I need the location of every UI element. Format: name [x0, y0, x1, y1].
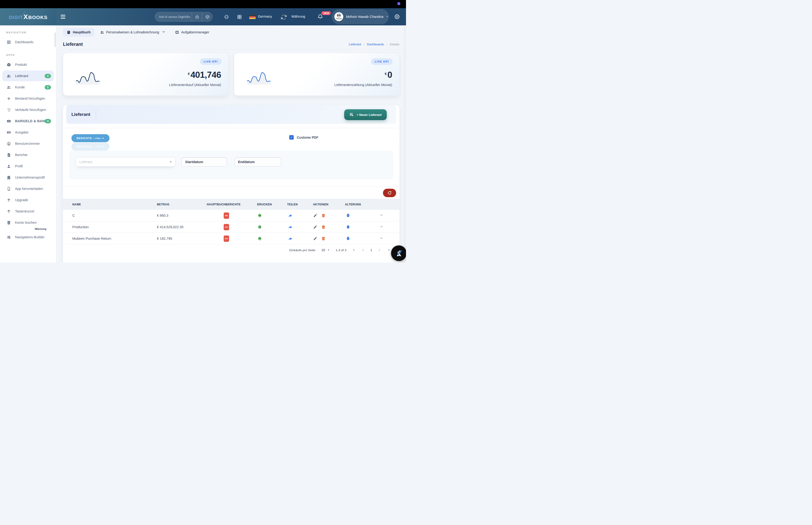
sidebar-item-kunde[interactable]: Kunde2 [2, 82, 54, 93]
kpi-sparkline-chart [240, 66, 278, 86]
sidebar-item-bestand-hinzufügen[interactable]: Bestand hinzufügen [2, 93, 54, 104]
prev-page-button[interactable] [361, 248, 365, 252]
notification-count-badge[interactable]: 1910 [321, 11, 331, 15]
current-page-number[interactable]: 1 [370, 248, 372, 252]
supplier-select[interactable]: Lieferant ▼ [76, 157, 175, 167]
col-aktionen[interactable]: AKTIONEN [313, 203, 345, 206]
last-page-button[interactable] [386, 248, 390, 252]
refresh-icon [387, 191, 392, 195]
sidebar-item-lieferant[interactable]: Lieferant2 [2, 71, 54, 81]
logo-books-text: BOOKS [28, 15, 47, 20]
first-page-button[interactable] [352, 248, 356, 252]
chevron-down-icon [386, 15, 388, 19]
sidebar-item-produkt[interactable]: Produkt [2, 59, 54, 70]
print-button[interactable] [258, 225, 262, 229]
tab-hauptbuch[interactable]: Hauptbuch [63, 28, 94, 37]
apps-grid-button[interactable] [237, 14, 242, 19]
next-page-button[interactable] [377, 248, 381, 252]
delete-button[interactable] [321, 236, 326, 241]
col-teilen[interactable]: TEILEN [287, 203, 313, 206]
currency-switch-button[interactable]: $ € [280, 13, 288, 21]
sidebar-item-tastenkurzel[interactable]: Tastenkurzel [2, 206, 54, 217]
sidebar-item-berichte[interactable]: Berichte [2, 149, 54, 160]
per-page-select[interactable]: 10 ▼ [321, 248, 330, 252]
share-button[interactable] [288, 225, 292, 229]
kpi-sparkline-chart [69, 66, 107, 86]
digitxbooks-logo-icon [394, 249, 404, 258]
sidebar-item-label: Profil [15, 164, 23, 168]
settings-button[interactable] [394, 14, 400, 20]
menu-toggle-button[interactable] [61, 14, 66, 19]
country-label[interactable]: Germany [258, 15, 272, 18]
user-menu[interactable]: NA Smart Mohsin Nawab Chandna [332, 9, 389, 24]
tab-aufgabenmanager[interactable]: Aufgabenmanager [171, 28, 213, 37]
sidebar-item-konto-loschen[interactable]: Konto loschen [2, 217, 54, 228]
share-button[interactable] [288, 236, 292, 241]
jpg-export-icon[interactable]: JPG [224, 224, 229, 230]
sidebar-item-dashboards[interactable]: Dashboards [2, 37, 54, 47]
share-button[interactable] [288, 213, 292, 218]
custom-pdf-checkbox[interactable]: ✓ [289, 135, 294, 139]
expand-row-button[interactable] [380, 213, 383, 218]
sidebar-item-app-herunterladen[interactable]: App herunterladen [2, 183, 54, 194]
edit-button[interactable] [313, 213, 318, 218]
svg-text:€: € [286, 15, 287, 17]
page-title: Lieferant [63, 42, 83, 47]
ai-search-bar[interactable]: Ask AI across DigitXBo [155, 12, 213, 21]
sidebar-section-navigation: NAVIGATION [0, 25, 56, 36]
sidebar-item-ausgabe[interactable]: $Ausgabe [2, 127, 54, 138]
breadcrumb-dashboards[interactable]: Dashboards [367, 43, 384, 46]
reports-button[interactable]: BERICHTE -->to--> [72, 134, 109, 142]
expand-row-button[interactable] [380, 236, 383, 241]
print-button[interactable] [258, 213, 262, 218]
edit-button[interactable] [313, 236, 318, 241]
sidebar-item-label: Konto loschen [15, 221, 37, 224]
edit-button[interactable] [313, 225, 318, 229]
jpg-export-icon[interactable]: JPG [224, 212, 229, 219]
search-input[interactable]: Ask AI across DigitXBo [155, 15, 192, 18]
sidebar-item-bargeld-&-bank[interactable]: BARGELD & BANK4 [2, 116, 54, 126]
breadcrumb-lieferant[interactable]: Lieferant [349, 43, 361, 46]
germany-flag-icon[interactable] [249, 15, 256, 19]
start-date-input[interactable]: Startdatum [181, 157, 227, 167]
col-drucken[interactable]: DRUCKEN [257, 203, 287, 206]
tab-personalwesen[interactable]: Personalwesen & Lohnabrechnung [96, 28, 170, 37]
aging-report-button[interactable] [346, 236, 350, 240]
delete-button[interactable] [321, 213, 326, 218]
sidebar-item-navigations-builder[interactable]: Navigations-Builder [2, 232, 54, 242]
assistant-fab-button[interactable] [392, 246, 406, 260]
sidebar-item-verkäufe-hinzufügen[interactable]: Verkäufe hinzufügen [2, 104, 54, 115]
table-row: Production€ 414,529,022.35JPG [63, 221, 399, 233]
sidebar: NAVIGATION Dashboards APPS ProduktLiefer… [0, 25, 56, 262]
col-betrag[interactable]: BETRAG [157, 203, 207, 206]
sidebar-item-unternehmensprofil[interactable]: Unternehmensprofil [2, 172, 54, 183]
col-name[interactable]: NAME [72, 203, 157, 206]
sidebar-scrollbar[interactable] [55, 32, 56, 47]
knowledge-box-button[interactable] [202, 12, 212, 21]
sidebar-item-upgrade[interactable]: Upgrade [2, 195, 54, 205]
col-hauptbuchberichte[interactable]: HAUPTBUCHBERICHTE [207, 203, 257, 206]
page-scrollbar[interactable] [404, 25, 406, 262]
end-date-input[interactable]: Enddatum [234, 157, 281, 167]
delete-button[interactable] [321, 225, 326, 229]
sidebar-item-profil[interactable]: Profil [2, 161, 54, 171]
expand-row-button[interactable] [380, 225, 383, 229]
aging-report-button[interactable] [346, 224, 350, 229]
custom-pdf-checkbox-group[interactable]: ✓ Custome PDF [289, 135, 318, 139]
print-button[interactable] [258, 236, 262, 241]
currency-label[interactable]: Währung [291, 15, 305, 18]
count-badge: 4 [45, 119, 51, 123]
sidebar-section-apps: APPS [0, 48, 56, 59]
col-alterung[interactable]: ALTERUNG [345, 203, 376, 206]
refresh-button[interactable] [383, 189, 396, 197]
app-logo[interactable]: DIGITXBOOKS ✓ [0, 8, 56, 25]
ai-robot-button[interactable] [192, 12, 202, 21]
sidebar-item-label: Produkt [15, 63, 27, 66]
collapse-fullscreen-button[interactable] [224, 14, 229, 19]
sidebar-item-benutzerzimmer[interactable]: Benutzerzimmer [2, 138, 54, 149]
recording-dot [397, 2, 400, 5]
jpg-export-icon[interactable]: JPG [224, 236, 229, 242]
new-supplier-button[interactable]: + Neuer Lieferant [344, 109, 387, 120]
aging-report-button[interactable] [346, 213, 350, 217]
report-document-icon [6, 152, 11, 158]
